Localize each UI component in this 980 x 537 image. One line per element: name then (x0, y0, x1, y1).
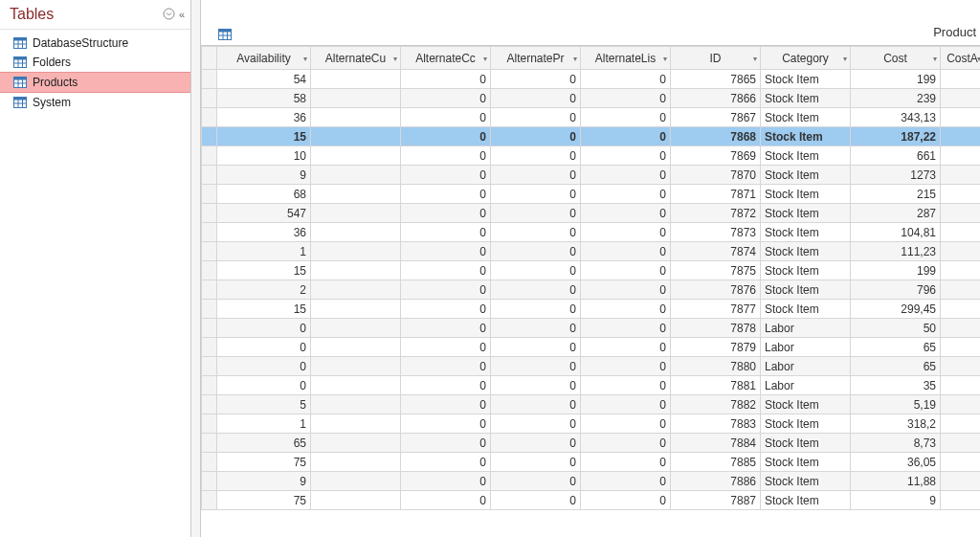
cell-altlis[interactable]: 0 (581, 70, 671, 89)
cell-id[interactable]: 7884 (671, 434, 761, 453)
cell-cost[interactable]: 36,05 (851, 453, 941, 472)
row-selector[interactable] (202, 70, 217, 89)
pane-resizer[interactable] (191, 0, 201, 537)
cell-altcu[interactable] (311, 395, 401, 414)
cell-altcc[interactable]: 0 (401, 261, 491, 280)
cell-altlis[interactable]: 0 (581, 127, 671, 146)
row-selector[interactable] (202, 300, 217, 319)
cell-altpr[interactable]: 0 (491, 472, 581, 491)
cell-altlis[interactable]: 0 (581, 89, 671, 108)
cell-altcc[interactable]: 0 (401, 434, 491, 453)
cell-altcc[interactable]: 0 (401, 166, 491, 185)
cell-altpr[interactable]: 0 (491, 491, 581, 510)
cell-availability[interactable]: 0 (217, 319, 311, 338)
cell-altlis[interactable]: 0 (581, 108, 671, 127)
cell-costa[interactable] (941, 280, 981, 300)
table-row[interactable]: 750007887Stock Item9 (202, 491, 981, 510)
cell-id[interactable]: 7876 (671, 280, 761, 300)
column-header-id[interactable]: ID▾ (671, 47, 761, 70)
cell-altcu[interactable] (311, 146, 401, 166)
cell-altpr[interactable]: 0 (491, 127, 581, 146)
cell-category[interactable]: Stock Item (761, 223, 851, 242)
cell-id[interactable]: 7868 (671, 127, 761, 146)
cell-altcu[interactable] (311, 89, 401, 108)
row-selector[interactable] (202, 280, 217, 300)
table-row[interactable]: 20007876Stock Item796 (202, 280, 981, 300)
cell-altpr[interactable]: 0 (491, 223, 581, 242)
cell-category[interactable]: Labor (761, 376, 851, 395)
cell-altcu[interactable] (311, 70, 401, 89)
cell-category[interactable]: Stock Item (761, 146, 851, 166)
cell-altcc[interactable]: 0 (401, 357, 491, 376)
cell-cost[interactable]: 11,88 (851, 472, 941, 491)
row-selector[interactable] (202, 185, 217, 204)
cell-id[interactable]: 7865 (671, 70, 761, 89)
cell-category[interactable]: Stock Item (761, 166, 851, 185)
cell-cost[interactable]: 343,13 (851, 108, 941, 127)
cell-altcu[interactable] (311, 223, 401, 242)
cell-altlis[interactable]: 0 (581, 453, 671, 472)
cell-altcc[interactable]: 0 (401, 70, 491, 89)
cell-costa[interactable] (941, 146, 981, 166)
table-row[interactable]: 00007879Labor65 (202, 338, 981, 357)
cell-altpr[interactable]: 0 (491, 146, 581, 166)
row-selector[interactable] (202, 414, 217, 434)
cell-category[interactable]: Stock Item (761, 491, 851, 510)
cell-altcu[interactable] (311, 357, 401, 376)
cell-cost[interactable]: 661 (851, 146, 941, 166)
cell-altcu[interactable] (311, 108, 401, 127)
cell-altlis[interactable]: 0 (581, 434, 671, 453)
sidebar-item-databasestructure[interactable]: DatabaseStructure (0, 34, 190, 53)
cell-availability[interactable]: 5 (217, 395, 311, 414)
cell-altlis[interactable]: 0 (581, 491, 671, 510)
cell-altlis[interactable]: 0 (581, 319, 671, 338)
cell-altcc[interactable]: 0 (401, 395, 491, 414)
column-header-altcu[interactable]: AlternateCu▾ (311, 47, 401, 70)
cell-costa[interactable] (941, 70, 981, 89)
table-row[interactable]: 90007870Stock Item1273 (202, 166, 981, 185)
cell-cost[interactable]: 8,73 (851, 434, 941, 453)
cell-costa[interactable] (941, 242, 981, 261)
cell-availability[interactable]: 65 (217, 434, 311, 453)
cell-category[interactable]: Labor (761, 319, 851, 338)
cell-category[interactable]: Stock Item (761, 242, 851, 261)
cell-id[interactable]: 7874 (671, 242, 761, 261)
cell-altlis[interactable]: 0 (581, 376, 671, 395)
cell-altcu[interactable] (311, 185, 401, 204)
cell-id[interactable]: 7870 (671, 166, 761, 185)
row-selector[interactable] (202, 223, 217, 242)
cell-cost[interactable]: 215 (851, 185, 941, 204)
cell-category[interactable]: Stock Item (761, 70, 851, 89)
table-row[interactable]: 00007880Labor65 (202, 357, 981, 376)
cell-category[interactable]: Stock Item (761, 472, 851, 491)
cell-category[interactable]: Stock Item (761, 204, 851, 223)
cell-altcc[interactable]: 0 (401, 376, 491, 395)
cell-altpr[interactable]: 0 (491, 376, 581, 395)
cell-availability[interactable]: 9 (217, 472, 311, 491)
cell-id[interactable]: 7887 (671, 491, 761, 510)
cell-altcc[interactable]: 0 (401, 338, 491, 357)
row-selector[interactable] (202, 434, 217, 453)
cell-cost[interactable]: 111,23 (851, 242, 941, 261)
cell-id[interactable]: 7886 (671, 472, 761, 491)
cell-altlis[interactable]: 0 (581, 185, 671, 204)
cell-altlis[interactable]: 0 (581, 261, 671, 280)
cell-cost[interactable]: 35 (851, 376, 941, 395)
cell-cost[interactable]: 104,81 (851, 223, 941, 242)
cell-altpr[interactable]: 0 (491, 261, 581, 280)
cell-costa[interactable] (941, 300, 981, 319)
cell-altpr[interactable]: 0 (491, 434, 581, 453)
sidebar-item-system[interactable]: System (0, 93, 190, 112)
cell-costa[interactable] (941, 127, 981, 146)
cell-altcu[interactable] (311, 453, 401, 472)
column-header-altpr[interactable]: AlternatePr▾ (491, 47, 581, 70)
column-filter-dropdown-icon[interactable]: ▾ (573, 54, 577, 62)
column-header-availability[interactable]: Availability▾ (217, 47, 311, 70)
cell-costa[interactable] (941, 376, 981, 395)
table-row[interactable]: 750007885Stock Item36,05 (202, 453, 981, 472)
cell-altpr[interactable]: 0 (491, 108, 581, 127)
cell-altpr[interactable]: 0 (491, 414, 581, 434)
row-selector[interactable] (202, 89, 217, 108)
cell-availability[interactable]: 75 (217, 453, 311, 472)
cell-altcu[interactable] (311, 261, 401, 280)
